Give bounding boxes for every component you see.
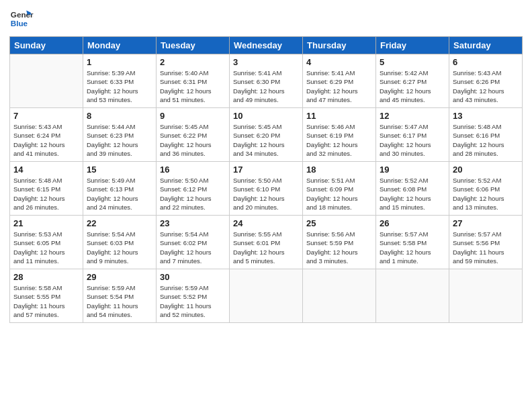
calendar-cell: 19Sunrise: 5:52 AMSunset: 6:08 PMDayligh… — [376, 162, 449, 216]
weekday-tuesday: Tuesday — [157, 37, 230, 54]
day-info: Sunrise: 5:57 AMSunset: 5:58 PMDaylight:… — [380, 230, 445, 265]
calendar-cell — [303, 269, 376, 323]
day-number: 9 — [160, 111, 226, 121]
day-info: Sunrise: 5:58 AMSunset: 5:55 PMDaylight:… — [13, 283, 79, 319]
day-number: 8 — [87, 111, 152, 121]
day-info: Sunrise: 5:56 AMSunset: 5:59 PMDaylight:… — [306, 230, 372, 265]
weekday-thursday: Thursday — [303, 37, 376, 54]
day-number: 13 — [453, 111, 519, 121]
svg-text:Blue: Blue — [11, 19, 28, 28]
day-number: 7 — [13, 111, 79, 121]
day-info: Sunrise: 5:43 AMSunset: 6:26 PMDaylight:… — [453, 68, 519, 104]
calendar-cell: 30Sunrise: 5:59 AMSunset: 5:52 PMDayligh… — [157, 269, 230, 323]
day-info: Sunrise: 5:52 AMSunset: 6:06 PMDaylight:… — [453, 176, 519, 212]
day-number: 6 — [453, 57, 519, 67]
calendar-cell: 8Sunrise: 5:44 AMSunset: 6:23 PMDaylight… — [83, 108, 157, 162]
day-info: Sunrise: 5:50 AMSunset: 6:10 PMDaylight:… — [233, 176, 299, 212]
weekday-monday: Monday — [83, 37, 157, 54]
calendar-cell: 15Sunrise: 5:49 AMSunset: 6:13 PMDayligh… — [83, 162, 157, 216]
day-info: Sunrise: 5:59 AMSunset: 5:54 PMDaylight:… — [87, 283, 152, 319]
day-number: 29 — [87, 272, 152, 282]
day-number: 16 — [160, 165, 226, 175]
calendar-cell: 28Sunrise: 5:58 AMSunset: 5:55 PMDayligh… — [10, 269, 83, 323]
calendar-table: SundayMondayTuesdayWednesdayThursdayFrid… — [9, 36, 523, 323]
calendar-cell: 18Sunrise: 5:51 AMSunset: 6:09 PMDayligh… — [303, 162, 376, 216]
day-number: 24 — [233, 218, 299, 228]
weekday-wednesday: Wednesday — [230, 37, 303, 54]
day-info: Sunrise: 5:54 AMSunset: 6:02 PMDaylight:… — [160, 230, 226, 265]
day-info: Sunrise: 5:52 AMSunset: 6:08 PMDaylight:… — [380, 176, 445, 212]
day-info: Sunrise: 5:53 AMSunset: 6:05 PMDaylight:… — [13, 230, 79, 265]
day-info: Sunrise: 5:44 AMSunset: 6:23 PMDaylight:… — [87, 122, 152, 158]
calendar-cell: 25Sunrise: 5:56 AMSunset: 5:59 PMDayligh… — [303, 216, 376, 269]
day-info: Sunrise: 5:47 AMSunset: 6:17 PMDaylight:… — [380, 122, 445, 158]
calendar-cell — [449, 269, 523, 323]
day-number: 21 — [13, 218, 79, 228]
week-row-4: 21Sunrise: 5:53 AMSunset: 6:05 PMDayligh… — [10, 216, 523, 269]
calendar-cell: 20Sunrise: 5:52 AMSunset: 6:06 PMDayligh… — [449, 162, 523, 216]
calendar-cell — [230, 269, 303, 323]
calendar-cell: 7Sunrise: 5:43 AMSunset: 6:24 PMDaylight… — [10, 108, 83, 162]
day-info: Sunrise: 5:45 AMSunset: 6:20 PMDaylight:… — [233, 122, 299, 158]
day-info: Sunrise: 5:46 AMSunset: 6:19 PMDaylight:… — [306, 122, 372, 158]
day-number: 23 — [160, 218, 226, 228]
day-number: 25 — [306, 218, 372, 228]
weekday-saturday: Saturday — [449, 37, 523, 54]
day-number: 2 — [160, 57, 226, 67]
day-info: Sunrise: 5:41 AMSunset: 6:30 PMDaylight:… — [233, 68, 299, 104]
calendar-cell: 13Sunrise: 5:48 AMSunset: 6:16 PMDayligh… — [449, 108, 523, 162]
day-info: Sunrise: 5:54 AMSunset: 6:03 PMDaylight:… — [87, 230, 152, 265]
day-info: Sunrise: 5:57 AMSunset: 5:56 PMDaylight:… — [453, 230, 519, 265]
week-row-5: 28Sunrise: 5:58 AMSunset: 5:55 PMDayligh… — [10, 269, 523, 323]
day-info: Sunrise: 5:48 AMSunset: 6:15 PMDaylight:… — [13, 176, 79, 212]
day-number: 1 — [87, 57, 152, 67]
calendar-cell: 22Sunrise: 5:54 AMSunset: 6:03 PMDayligh… — [83, 216, 157, 269]
week-row-3: 14Sunrise: 5:48 AMSunset: 6:15 PMDayligh… — [10, 162, 523, 216]
logo: General Blue — [9, 7, 36, 31]
day-info: Sunrise: 5:41 AMSunset: 6:29 PMDaylight:… — [306, 68, 372, 104]
calendar-cell: 14Sunrise: 5:48 AMSunset: 6:15 PMDayligh… — [10, 162, 83, 216]
day-number: 14 — [13, 165, 79, 175]
day-number: 30 — [160, 272, 226, 282]
day-number: 11 — [306, 111, 372, 121]
calendar-cell: 1Sunrise: 5:39 AMSunset: 6:33 PMDaylight… — [83, 54, 157, 108]
calendar-cell: 21Sunrise: 5:53 AMSunset: 6:05 PMDayligh… — [10, 216, 83, 269]
calendar-cell: 17Sunrise: 5:50 AMSunset: 6:10 PMDayligh… — [230, 162, 303, 216]
day-info: Sunrise: 5:48 AMSunset: 6:16 PMDaylight:… — [453, 122, 519, 158]
day-number: 15 — [87, 165, 152, 175]
week-row-2: 7Sunrise: 5:43 AMSunset: 6:24 PMDaylight… — [10, 108, 523, 162]
calendar-cell: 3Sunrise: 5:41 AMSunset: 6:30 PMDaylight… — [230, 54, 303, 108]
day-number: 10 — [233, 111, 299, 121]
day-number: 3 — [233, 57, 299, 67]
day-info: Sunrise: 5:50 AMSunset: 6:12 PMDaylight:… — [160, 176, 226, 212]
day-number: 19 — [380, 165, 445, 175]
day-number: 27 — [453, 218, 519, 228]
calendar-cell: 5Sunrise: 5:42 AMSunset: 6:27 PMDaylight… — [376, 54, 449, 108]
day-info: Sunrise: 5:55 AMSunset: 6:01 PMDaylight:… — [233, 230, 299, 265]
day-number: 22 — [87, 218, 152, 228]
week-row-1: 1Sunrise: 5:39 AMSunset: 6:33 PMDaylight… — [10, 54, 523, 108]
day-info: Sunrise: 5:42 AMSunset: 6:27 PMDaylight:… — [380, 68, 445, 104]
calendar-cell: 2Sunrise: 5:40 AMSunset: 6:31 PMDaylight… — [157, 54, 230, 108]
calendar-cell: 12Sunrise: 5:47 AMSunset: 6:17 PMDayligh… — [376, 108, 449, 162]
day-info: Sunrise: 5:49 AMSunset: 6:13 PMDaylight:… — [87, 176, 152, 212]
calendar-cell: 23Sunrise: 5:54 AMSunset: 6:02 PMDayligh… — [157, 216, 230, 269]
calendar-cell: 4Sunrise: 5:41 AMSunset: 6:29 PMDaylight… — [303, 54, 376, 108]
weekday-sunday: Sunday — [10, 37, 83, 54]
calendar-cell — [10, 54, 83, 108]
calendar-cell: 29Sunrise: 5:59 AMSunset: 5:54 PMDayligh… — [83, 269, 157, 323]
day-info: Sunrise: 5:40 AMSunset: 6:31 PMDaylight:… — [160, 68, 226, 104]
calendar-cell: 10Sunrise: 5:45 AMSunset: 6:20 PMDayligh… — [230, 108, 303, 162]
calendar-cell: 16Sunrise: 5:50 AMSunset: 6:12 PMDayligh… — [157, 162, 230, 216]
calendar-cell: 26Sunrise: 5:57 AMSunset: 5:58 PMDayligh… — [376, 216, 449, 269]
calendar-cell: 24Sunrise: 5:55 AMSunset: 6:01 PMDayligh… — [230, 216, 303, 269]
day-number: 4 — [306, 57, 372, 67]
day-number: 20 — [453, 165, 519, 175]
calendar-cell — [376, 269, 449, 323]
day-number: 12 — [380, 111, 445, 121]
day-number: 26 — [380, 218, 445, 228]
svg-text:General: General — [11, 10, 34, 19]
day-info: Sunrise: 5:51 AMSunset: 6:09 PMDaylight:… — [306, 176, 372, 212]
day-info: Sunrise: 5:39 AMSunset: 6:33 PMDaylight:… — [87, 68, 152, 104]
day-number: 18 — [306, 165, 372, 175]
